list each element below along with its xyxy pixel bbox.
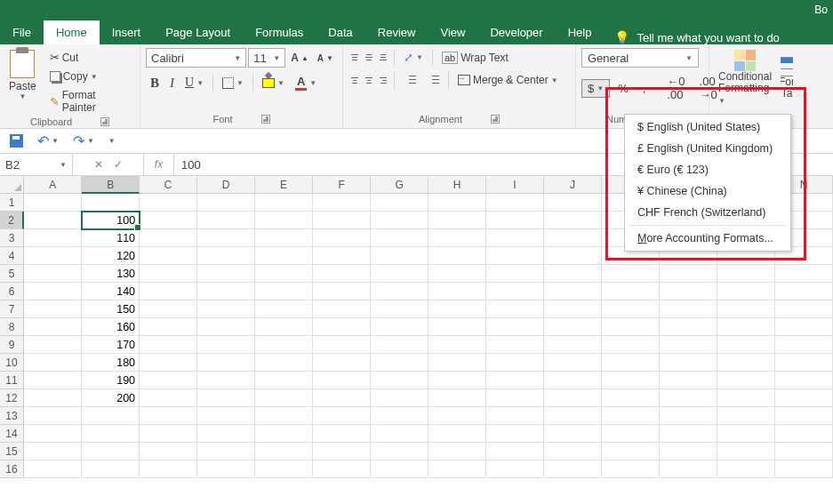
cancel-formula-button[interactable]: ✕ xyxy=(94,158,103,171)
cell-B10[interactable]: 180 xyxy=(82,354,140,372)
menu-tab-file[interactable]: File xyxy=(0,20,44,44)
cell-C11[interactable] xyxy=(140,372,197,389)
column-header-A[interactable]: A xyxy=(24,176,82,194)
cell-E16[interactable] xyxy=(255,460,313,478)
menu-tab-review[interactable]: Review xyxy=(365,20,429,44)
cell-D7[interactable] xyxy=(197,300,255,318)
cell-L10[interactable] xyxy=(660,354,717,372)
cell-H3[interactable] xyxy=(429,229,486,247)
cell-J10[interactable] xyxy=(544,354,602,372)
cell-L14[interactable] xyxy=(660,425,717,443)
menu-tab-insert[interactable]: Insert xyxy=(100,20,154,44)
menu-tab-page-layout[interactable]: Page Layout xyxy=(153,20,243,44)
cell-G6[interactable] xyxy=(371,283,429,300)
accounting-format-button[interactable]: $ ▼ xyxy=(581,79,610,98)
wrap-text-button[interactable]: abWrap Text xyxy=(437,49,513,67)
cell-I6[interactable] xyxy=(486,283,544,300)
cell-M16[interactable] xyxy=(717,460,775,478)
cell-G9[interactable] xyxy=(371,336,429,354)
cell-J8[interactable] xyxy=(544,318,602,336)
column-header-F[interactable]: F xyxy=(313,176,371,194)
cell-G11[interactable] xyxy=(371,372,429,389)
redo-button[interactable]: ↷▼ xyxy=(68,130,99,152)
cell-A2[interactable] xyxy=(24,212,82,229)
cell-G15[interactable] xyxy=(371,443,429,460)
cell-C7[interactable] xyxy=(140,300,197,318)
cell-M5[interactable] xyxy=(717,265,775,283)
cell-E14[interactable] xyxy=(255,425,313,443)
column-header-I[interactable]: I xyxy=(486,176,544,194)
column-header-G[interactable]: G xyxy=(371,176,429,194)
cell-J7[interactable] xyxy=(544,300,602,318)
cell-H16[interactable] xyxy=(429,460,486,478)
cell-J2[interactable] xyxy=(544,212,602,229)
row-header-1[interactable]: 1 xyxy=(0,194,24,212)
cell-F3[interactable] xyxy=(313,229,371,247)
cell-L12[interactable] xyxy=(660,389,717,407)
font-size-select[interactable]: 11▼ xyxy=(248,48,285,68)
cell-H6[interactable] xyxy=(429,283,486,300)
cell-B16[interactable] xyxy=(82,460,140,478)
cell-E13[interactable] xyxy=(255,407,313,425)
currency-option-1[interactable]: £ English (United Kingdom) xyxy=(625,138,790,159)
cell-M8[interactable] xyxy=(717,318,775,336)
border-button[interactable]: ▼ xyxy=(218,75,248,92)
font-color-button[interactable]: A ▼ xyxy=(291,72,321,93)
column-header-H[interactable]: H xyxy=(429,176,486,194)
cell-A9[interactable] xyxy=(24,336,82,354)
fx-icon[interactable]: fx xyxy=(144,154,174,175)
cell-N10[interactable] xyxy=(775,354,833,372)
cell-K6[interactable] xyxy=(602,283,660,300)
column-header-C[interactable]: C xyxy=(140,176,197,194)
cell-N9[interactable] xyxy=(775,336,833,354)
cell-B12[interactable]: 200 xyxy=(82,389,140,407)
cell-I2[interactable] xyxy=(486,212,544,229)
cell-I13[interactable] xyxy=(486,407,544,425)
cell-M6[interactable] xyxy=(717,283,775,300)
cell-K5[interactable] xyxy=(602,265,660,283)
merge-center-button[interactable]: Merge & Center ▼ xyxy=(453,71,563,89)
cell-N13[interactable] xyxy=(775,407,833,425)
column-header-E[interactable]: E xyxy=(255,176,313,194)
cell-D1[interactable] xyxy=(197,194,255,212)
cell-A1[interactable] xyxy=(24,194,82,212)
cell-N14[interactable] xyxy=(775,425,833,443)
cell-D8[interactable] xyxy=(197,318,255,336)
row-header-5[interactable]: 5 xyxy=(0,265,24,283)
increase-decimal-button[interactable]: ←0.00 xyxy=(661,72,691,104)
align-middle-button[interactable] xyxy=(363,52,375,63)
cell-I7[interactable] xyxy=(486,300,544,318)
cell-E2[interactable] xyxy=(255,212,313,229)
cell-N16[interactable] xyxy=(775,460,833,478)
cell-A7[interactable] xyxy=(24,300,82,318)
undo-button[interactable]: ↶▼ xyxy=(33,130,63,152)
cell-I10[interactable] xyxy=(486,354,544,372)
cell-H14[interactable] xyxy=(429,425,486,443)
more-accounting-formats[interactable]: More Accounting Formats... xyxy=(625,228,790,249)
cell-D15[interactable] xyxy=(197,443,255,460)
cell-E1[interactable] xyxy=(255,194,313,212)
row-header-10[interactable]: 10 xyxy=(0,354,24,372)
cell-K8[interactable] xyxy=(602,318,660,336)
qat-customize-button[interactable]: ▼ xyxy=(104,134,120,148)
cell-I15[interactable] xyxy=(486,443,544,460)
cell-I3[interactable] xyxy=(486,229,544,247)
align-top-button[interactable] xyxy=(348,52,361,63)
cell-L8[interactable] xyxy=(660,318,717,336)
cell-F2[interactable] xyxy=(313,212,371,229)
cell-D11[interactable] xyxy=(197,372,255,389)
align-right-button[interactable] xyxy=(377,75,389,86)
cell-H12[interactable] xyxy=(429,389,486,407)
cell-D9[interactable] xyxy=(197,336,255,354)
cell-G10[interactable] xyxy=(371,354,429,372)
cell-F13[interactable] xyxy=(313,407,371,425)
cell-I5[interactable] xyxy=(486,265,544,283)
cell-I4[interactable] xyxy=(486,247,544,265)
cell-C4[interactable] xyxy=(140,247,197,265)
cell-H13[interactable] xyxy=(429,407,486,425)
cell-N6[interactable] xyxy=(775,283,833,300)
enter-formula-button[interactable]: ✓ xyxy=(114,158,123,171)
row-header-16[interactable]: 16 xyxy=(0,460,24,478)
cell-A4[interactable] xyxy=(24,247,82,265)
cell-J5[interactable] xyxy=(544,265,602,283)
